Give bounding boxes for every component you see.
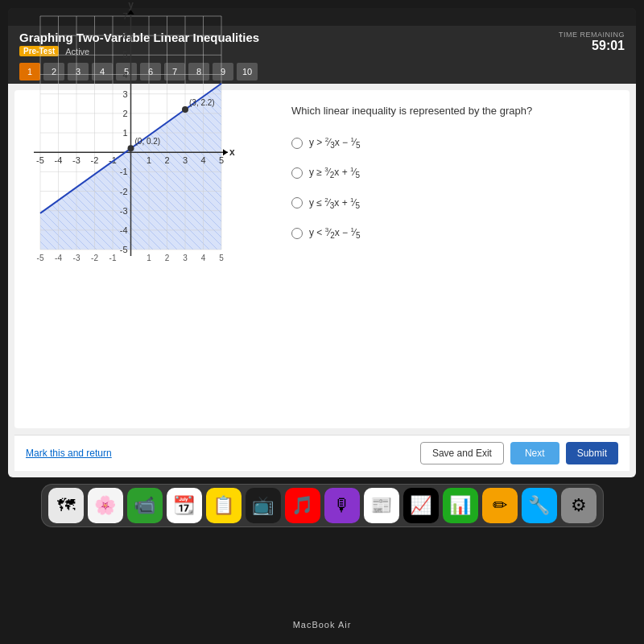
dock-photos[interactable]: 🌸 [88,488,123,523]
option-1-label: y > 2⁄3x − 1⁄5 [309,136,360,150]
option-4[interactable]: y < 3⁄2x − 1⁄5 [291,223,610,243]
dock-music[interactable]: 🎵 [285,488,320,523]
dock: 🗺 🌸 📹 📆 📋 📺 🎵 🎙 📰 📈 📊 ✏ 🔧 ⚙ [41,484,604,527]
dock-maps[interactable]: 🗺 [48,488,84,523]
dock-calendar[interactable]: 📆 [167,488,202,523]
dock-stocks[interactable]: 📈 [403,488,439,523]
quiz-area: Which linear inequality is represented b… [14,90,630,428]
question-section: Which linear inequality is represented b… [280,98,621,420]
option-3-label: y ≤ 2⁄3x + 1⁄5 [309,196,360,210]
graph-section [23,98,272,420]
mark-return-button[interactable]: Mark this and return [26,448,112,459]
option-4-label: y < 3⁄2x − 1⁄5 [309,226,360,240]
radio-1[interactable] [291,138,303,149]
graph-canvas [8,8,237,274]
dock-notes[interactable]: 📋 [206,488,242,523]
dock-podcasts[interactable]: 🎙 [324,488,360,523]
time-label: TIME REMAINING [559,31,625,39]
bottom-region: 🗺 🌸 📹 📆 📋 📺 🎵 🎙 📰 📈 📊 ✏ 🔧 ⚙ MacBook Air [0,477,644,644]
radio-4[interactable] [291,228,303,239]
radio-2[interactable] [291,167,303,179]
radio-3[interactable] [291,197,303,208]
nav-btn-10[interactable]: 10 [237,63,258,80]
dock-pages[interactable]: ✏ [482,488,518,523]
option-1[interactable]: y > 2⁄3x − 1⁄5 [291,133,610,153]
submit-button[interactable]: Submit [566,442,618,464]
macbook-label: MacBook Air [293,620,352,630]
time-value: 59:01 [559,39,625,53]
option-2[interactable]: y ≥ 3⁄2x + 1⁄5 [291,163,610,183]
dock-facetime[interactable]: 📹 [127,488,163,523]
dock-numbers[interactable]: 📊 [443,488,478,523]
dock-appstore[interactable]: 🔧 [522,488,557,523]
save-exit-button[interactable]: Save and Exit [420,442,504,464]
dock-systemprefs[interactable]: ⚙ [561,488,597,523]
bottom-bar: Mark this and return Save and Exit Next … [14,435,630,471]
dock-appletv[interactable]: 📺 [246,488,281,523]
bottom-buttons: Save and Exit Next Submit [420,442,618,464]
dock-news[interactable]: 📰 [364,488,399,523]
option-3[interactable]: y ≤ 2⁄3x + 1⁄5 [291,193,610,213]
next-button[interactable]: Next [510,442,559,464]
option-2-label: y ≥ 3⁄2x + 1⁄5 [309,166,360,180]
question-text: Which linear inequality is represented b… [291,105,610,117]
